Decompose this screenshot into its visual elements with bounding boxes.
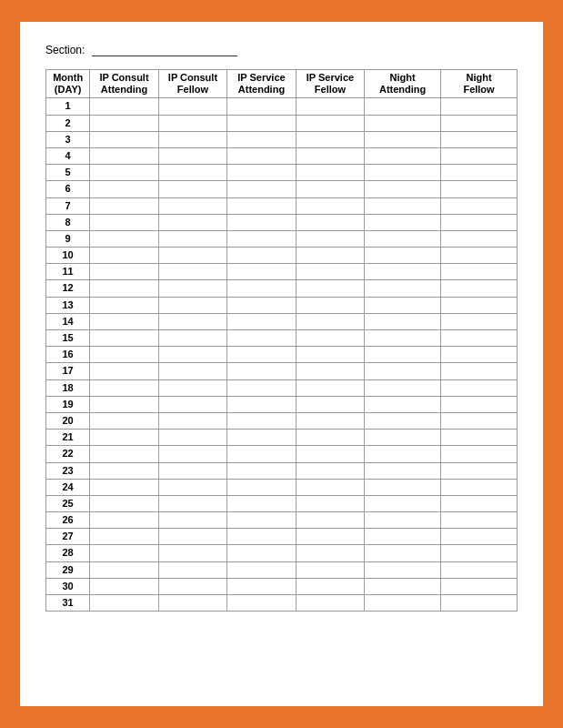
data-cell-ip-consult-attending[interactable] [90, 545, 158, 561]
data-cell-ip-consult-attending[interactable] [90, 197, 158, 214]
data-cell-night-fellow[interactable] [441, 131, 518, 147]
data-cell-ip-service-fellow[interactable] [296, 446, 364, 462]
data-cell-ip-consult-attending[interactable] [90, 165, 158, 181]
data-cell-night-attending[interactable] [365, 214, 441, 230]
data-cell-night-fellow[interactable] [441, 297, 518, 313]
data-cell-ip-consult-fellow[interactable] [158, 264, 226, 280]
data-cell-ip-service-attending[interactable] [227, 313, 296, 329]
data-cell-night-attending[interactable] [365, 280, 441, 297]
data-cell-ip-service-fellow[interactable] [296, 595, 364, 612]
data-cell-ip-consult-fellow[interactable] [158, 330, 226, 347]
data-cell-ip-consult-fellow[interactable] [158, 578, 226, 594]
data-cell-night-fellow[interactable] [441, 197, 518, 214]
data-cell-ip-consult-fellow[interactable] [158, 545, 226, 561]
data-cell-ip-consult-fellow[interactable] [158, 280, 226, 297]
data-cell-ip-service-fellow[interactable] [296, 147, 364, 164]
data-cell-ip-service-fellow[interactable] [296, 165, 364, 181]
data-cell-ip-service-fellow[interactable] [296, 297, 364, 313]
data-cell-night-fellow[interactable] [441, 379, 518, 396]
data-cell-ip-service-attending[interactable] [227, 181, 296, 197]
data-cell-ip-consult-fellow[interactable] [158, 446, 226, 462]
data-cell-ip-service-fellow[interactable] [296, 197, 364, 214]
data-cell-ip-consult-attending[interactable] [90, 412, 158, 429]
data-cell-night-attending[interactable] [365, 165, 441, 181]
data-cell-night-attending[interactable] [365, 578, 441, 594]
data-cell-ip-consult-attending[interactable] [90, 363, 158, 379]
data-cell-night-attending[interactable] [365, 297, 441, 313]
data-cell-night-attending[interactable] [365, 512, 441, 529]
data-cell-ip-service-attending[interactable] [227, 379, 296, 396]
data-cell-ip-service-attending[interactable] [227, 545, 296, 561]
data-cell-ip-service-attending[interactable] [227, 264, 296, 280]
data-cell-ip-service-attending[interactable] [227, 297, 296, 313]
data-cell-ip-consult-attending[interactable] [90, 595, 158, 612]
data-cell-ip-consult-fellow[interactable] [158, 396, 226, 412]
data-cell-night-attending[interactable] [365, 529, 441, 545]
data-cell-ip-consult-fellow[interactable] [158, 313, 226, 329]
data-cell-ip-consult-attending[interactable] [90, 529, 158, 545]
data-cell-ip-consult-attending[interactable] [90, 214, 158, 230]
data-cell-ip-consult-fellow[interactable] [158, 297, 226, 313]
data-cell-ip-consult-attending[interactable] [90, 248, 158, 264]
data-cell-ip-service-attending[interactable] [227, 512, 296, 529]
data-cell-night-fellow[interactable] [441, 479, 518, 495]
data-cell-ip-service-attending[interactable] [227, 479, 296, 495]
data-cell-ip-consult-fellow[interactable] [158, 462, 226, 479]
data-cell-night-attending[interactable] [365, 181, 441, 197]
data-cell-ip-consult-attending[interactable] [90, 495, 158, 511]
data-cell-ip-consult-attending[interactable] [90, 280, 158, 297]
data-cell-ip-service-fellow[interactable] [296, 379, 364, 396]
data-cell-night-attending[interactable] [365, 396, 441, 412]
data-cell-ip-consult-fellow[interactable] [158, 115, 226, 131]
data-cell-ip-consult-attending[interactable] [90, 379, 158, 396]
data-cell-ip-service-fellow[interactable] [296, 347, 364, 363]
data-cell-ip-service-fellow[interactable] [296, 545, 364, 561]
data-cell-ip-service-attending[interactable] [227, 578, 296, 594]
data-cell-night-fellow[interactable] [441, 147, 518, 164]
data-cell-ip-service-attending[interactable] [227, 147, 296, 164]
data-cell-night-fellow[interactable] [441, 280, 518, 297]
data-cell-ip-service-fellow[interactable] [296, 495, 364, 511]
data-cell-ip-consult-fellow[interactable] [158, 347, 226, 363]
data-cell-night-fellow[interactable] [441, 248, 518, 264]
data-cell-night-fellow[interactable] [441, 462, 518, 479]
data-cell-night-attending[interactable] [365, 131, 441, 147]
data-cell-ip-service-fellow[interactable] [296, 115, 364, 131]
data-cell-ip-consult-attending[interactable] [90, 98, 158, 115]
data-cell-ip-service-attending[interactable] [227, 214, 296, 230]
data-cell-ip-consult-attending[interactable] [90, 330, 158, 347]
data-cell-night-attending[interactable] [365, 248, 441, 264]
data-cell-night-attending[interactable] [365, 98, 441, 115]
data-cell-night-fellow[interactable] [441, 313, 518, 329]
data-cell-night-fellow[interactable] [441, 230, 518, 247]
data-cell-ip-service-attending[interactable] [227, 347, 296, 363]
data-cell-night-fellow[interactable] [441, 529, 518, 545]
data-cell-night-attending[interactable] [365, 197, 441, 214]
data-cell-night-fellow[interactable] [441, 264, 518, 280]
data-cell-ip-consult-attending[interactable] [90, 347, 158, 363]
data-cell-ip-consult-fellow[interactable] [158, 131, 226, 147]
data-cell-ip-consult-attending[interactable] [90, 446, 158, 462]
data-cell-ip-consult-attending[interactable] [90, 578, 158, 594]
data-cell-ip-service-fellow[interactable] [296, 330, 364, 347]
data-cell-night-fellow[interactable] [441, 98, 518, 115]
data-cell-night-fellow[interactable] [441, 495, 518, 511]
data-cell-ip-service-attending[interactable] [227, 115, 296, 131]
data-cell-ip-consult-attending[interactable] [90, 264, 158, 280]
data-cell-ip-consult-fellow[interactable] [158, 197, 226, 214]
data-cell-night-attending[interactable] [365, 446, 441, 462]
data-cell-ip-service-attending[interactable] [227, 412, 296, 429]
data-cell-ip-consult-attending[interactable] [90, 131, 158, 147]
data-cell-ip-service-fellow[interactable] [296, 396, 364, 412]
data-cell-ip-service-attending[interactable] [227, 430, 296, 446]
data-cell-ip-service-attending[interactable] [227, 363, 296, 379]
data-cell-night-attending[interactable] [365, 147, 441, 164]
data-cell-ip-service-fellow[interactable] [296, 578, 364, 594]
data-cell-ip-consult-attending[interactable] [90, 462, 158, 479]
data-cell-ip-service-fellow[interactable] [296, 462, 364, 479]
data-cell-night-fellow[interactable] [441, 363, 518, 379]
data-cell-ip-consult-attending[interactable] [90, 230, 158, 247]
data-cell-ip-consult-fellow[interactable] [158, 165, 226, 181]
data-cell-ip-service-attending[interactable] [227, 495, 296, 511]
data-cell-ip-service-fellow[interactable] [296, 529, 364, 545]
